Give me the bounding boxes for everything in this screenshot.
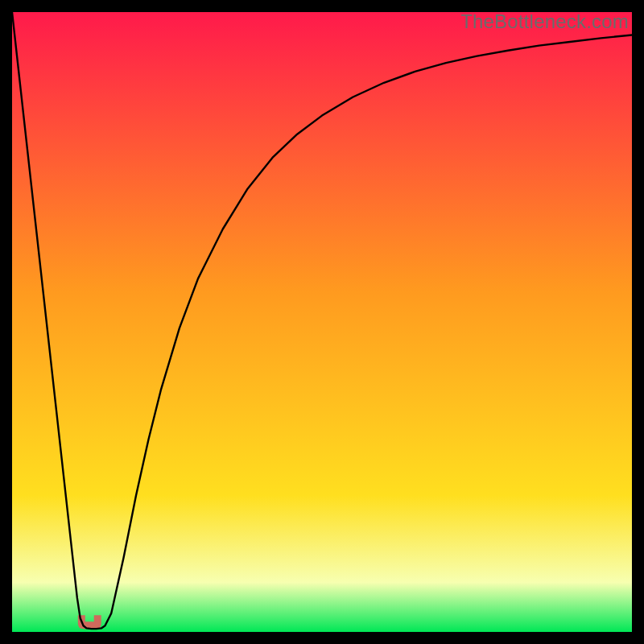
chart-svg (12, 12, 632, 632)
gradient-background (12, 12, 632, 632)
watermark-text: TheBottleneck.com (460, 10, 629, 33)
chart-frame: TheBottleneck.com (12, 12, 632, 632)
